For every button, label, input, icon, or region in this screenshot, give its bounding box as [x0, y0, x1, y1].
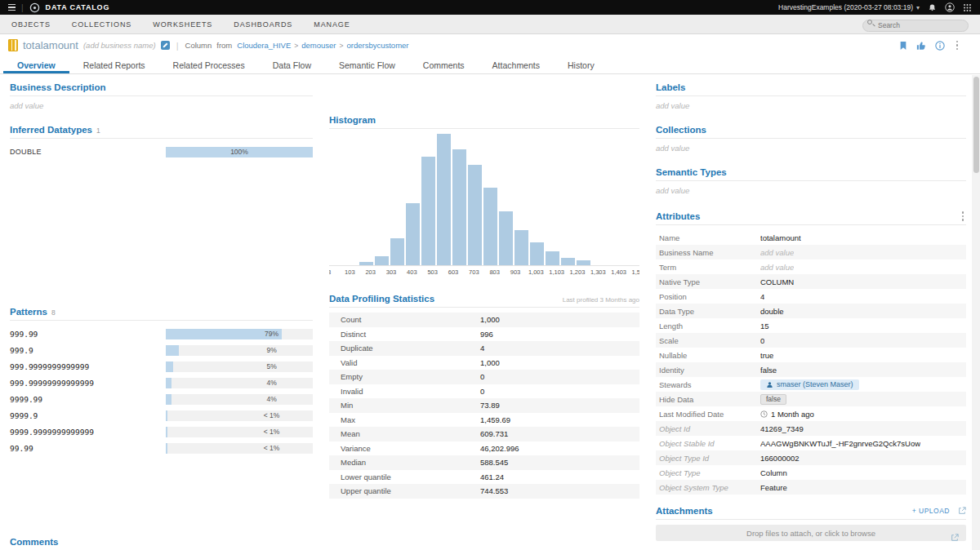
- pattern-row: 999.999999999999994%: [10, 375, 313, 391]
- tab-attachments[interactable]: Attachments: [479, 56, 554, 73]
- kebab-menu-icon[interactable]: [954, 41, 961, 51]
- steward-chip[interactable]: smaser (Steven Maser): [760, 379, 859, 390]
- last-profiled-label: Last profiled 3 Months ago: [563, 296, 639, 304]
- attribute-row-position: Position4: [656, 289, 966, 304]
- tab-related-processes[interactable]: Related Processes: [159, 56, 259, 73]
- nav-worksheets[interactable]: WORKSHEETS: [153, 20, 212, 29]
- entity-actions: [899, 41, 973, 51]
- histogram-bar: [530, 242, 544, 265]
- user-avatar-icon[interactable]: [945, 2, 955, 12]
- nav-dashboards[interactable]: DASHBOARDS: [234, 20, 292, 29]
- apps-grid-icon[interactable]: [963, 3, 972, 12]
- x-tick-label: 703: [469, 268, 479, 276]
- primary-nav: OBJECTSCOLLECTIONSWORKSHEETSDASHBOARDSMA…: [0, 15, 980, 34]
- pattern-bar: 9%: [166, 345, 313, 356]
- comments-external-link-icon[interactable]: [951, 530, 959, 545]
- divider: [656, 519, 966, 520]
- attachments-title: Attachments: [656, 506, 713, 516]
- histogram-bar: [499, 211, 513, 265]
- x-tick-label: 1,303: [590, 268, 606, 276]
- nav-collections[interactable]: COLLECTIONS: [72, 20, 131, 29]
- cluster-label: HarvestingExamples (2020-03-27 08:03:19): [778, 3, 913, 11]
- business-name-placeholder[interactable]: (add business name): [83, 41, 156, 50]
- search-box: [862, 16, 969, 32]
- divider: [656, 95, 966, 96]
- profiling-stats-table: Count1,000Distinct996Duplicate4Valid1,00…: [329, 313, 639, 499]
- bookmark-icon[interactable]: [899, 41, 907, 51]
- comments-title: Comments: [10, 537, 58, 547]
- histogram-bar: [437, 134, 451, 265]
- right-column: Labels add value Collections add value S…: [656, 74, 966, 541]
- business-description-add-value[interactable]: add value: [10, 101, 313, 110]
- attribute-row-object-system-type: Object System TypeFeature: [656, 480, 966, 495]
- search-input[interactable]: [862, 20, 969, 32]
- pattern-row: 99.99< 1%: [10, 440, 313, 456]
- histogram-x-axis: 31032033034035036037038039031,0031,1031,…: [329, 268, 639, 277]
- attribute-row-nullable: Nullabletrue: [656, 348, 966, 362]
- attribute-row-hide-data: Hide Datafalse: [656, 392, 966, 406]
- pattern-row: 999.99999999999995%: [10, 358, 313, 375]
- tab-related-reports[interactable]: Related Reports: [69, 56, 159, 73]
- breadcrumb-link-ordersbycustomer[interactable]: ordersbycustomer: [346, 41, 408, 50]
- breadcrumb: Cloudera_HIVE>demouser>ordersbycustomer: [237, 41, 408, 50]
- histogram-bar: [421, 157, 435, 265]
- x-tick-label: 103: [345, 268, 355, 276]
- attribute-row-term: Termadd value: [656, 259, 966, 274]
- tab-comments[interactable]: Comments: [409, 56, 479, 73]
- thumbs-up-icon[interactable]: [916, 41, 926, 51]
- section-patterns: Patterns 8 999.9979%999.99%999.999999999…: [10, 307, 313, 456]
- external-link-icon[interactable]: [958, 507, 966, 515]
- profiling-title: Data Profiling Statistics: [329, 294, 434, 304]
- attribute-row-object-type-id: Object Type Id166000002: [656, 450, 966, 465]
- section-data-profiling: Data Profiling Statistics Last profiled …: [329, 294, 639, 499]
- nav-manage[interactable]: MANAGE: [314, 20, 350, 29]
- cluster-selector[interactable]: HarvestingExamples (2020-03-27 08:03:19)…: [778, 3, 920, 11]
- divider: [656, 224, 966, 225]
- info-icon[interactable]: [935, 41, 945, 51]
- divider: [10, 320, 313, 321]
- x-tick-label: 1,503: [632, 268, 639, 276]
- labels-add-value[interactable]: add value: [656, 101, 966, 110]
- stat-row-distinct: Distinct996: [329, 327, 639, 342]
- attribute-add-value[interactable]: add value: [760, 263, 794, 272]
- pattern-row: 999.9979%: [10, 326, 313, 342]
- breadcrumb-separator: >: [294, 42, 298, 50]
- column-type-icon: [8, 39, 18, 51]
- divider: |: [176, 41, 179, 51]
- scrollbar[interactable]: [972, 75, 980, 550]
- pattern-bar: < 1%: [166, 443, 313, 454]
- section-inferred-datatypes: Inferred Datatypes 1 DOUBLE100%: [10, 125, 313, 160]
- stat-row-max: Max1,459.69: [329, 413, 639, 428]
- tab-data-flow[interactable]: Data Flow: [259, 56, 325, 73]
- attribute-row-last-modified-date: Last Modified Date 1 Month ago: [656, 406, 966, 421]
- business-description-title: Business Description: [10, 82, 106, 92]
- breadcrumb-link-cloudera-hive[interactable]: Cloudera_HIVE: [237, 41, 291, 50]
- attribute-row-scale: Scale0: [656, 333, 966, 348]
- pattern-row: 999.99%: [10, 342, 313, 358]
- attachments-dropzone[interactable]: Drop files to attach, or click to browse: [656, 525, 966, 541]
- menu-icon[interactable]: [8, 4, 16, 11]
- upload-button[interactable]: + UPLOAD: [912, 507, 950, 515]
- attribute-row-length: Length15: [656, 318, 966, 333]
- attribute-add-value[interactable]: add value: [760, 248, 794, 257]
- attributes-kebab-icon[interactable]: [960, 211, 967, 221]
- patterns-title: Patterns: [10, 307, 47, 317]
- datatype-row: DOUBLE100%: [10, 144, 313, 160]
- tab-semantic-flow[interactable]: Semantic Flow: [325, 56, 409, 73]
- nav-objects[interactable]: OBJECTS: [11, 20, 51, 29]
- edit-pencil-icon[interactable]: [161, 41, 170, 50]
- x-tick-label: 1,403: [611, 268, 626, 276]
- tab-overview[interactable]: Overview: [3, 56, 69, 73]
- divider: [10, 95, 313, 96]
- divider: [656, 180, 966, 181]
- x-tick-label: 803: [489, 268, 500, 276]
- tab-history[interactable]: History: [554, 56, 608, 73]
- x-tick-label: 203: [365, 268, 376, 276]
- semantic-types-add-value[interactable]: add value: [656, 186, 966, 195]
- patterns-count: 8: [51, 308, 56, 317]
- collections-add-value[interactable]: add value: [656, 144, 966, 153]
- attribute-row-stewards: Stewardssmaser (Steven Maser): [656, 377, 966, 392]
- scrollbar-thumb[interactable]: [973, 77, 979, 173]
- breadcrumb-link-demouser[interactable]: demouser: [301, 41, 336, 50]
- notifications-bell-icon[interactable]: [928, 3, 937, 12]
